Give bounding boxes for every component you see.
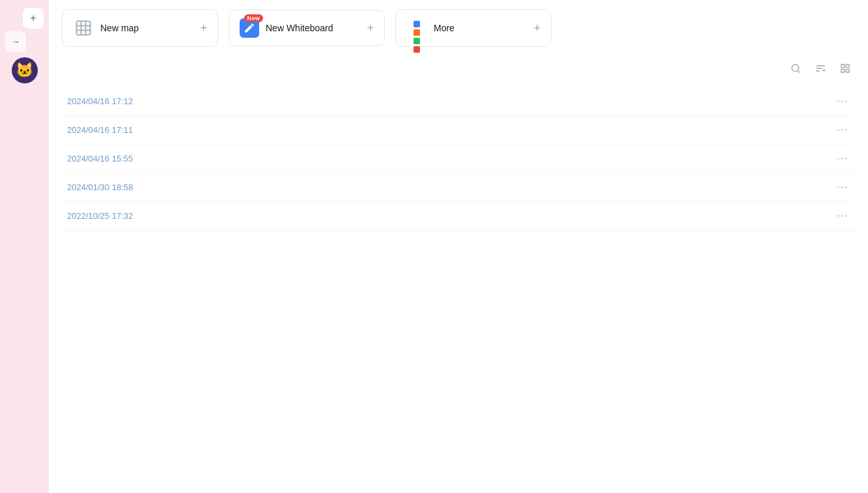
more-icon: [406, 18, 427, 38]
toolbar: [49, 56, 868, 81]
svg-rect-10: [841, 64, 845, 68]
list-item-date-2: 2024/04/16 15:55: [67, 154, 133, 163]
avatar[interactable]: 🐱: [12, 57, 38, 83]
list-item-more-2[interactable]: [835, 155, 850, 162]
cards-area: New map + New New Whiteboard +: [49, 0, 868, 56]
more-label: More: [434, 23, 455, 33]
main-content: New map + New New Whiteboard +: [49, 0, 868, 493]
view-button[interactable]: [835, 59, 855, 78]
new-map-label: New map: [100, 23, 139, 33]
list-item[interactable]: 2024/04/16 17:11: [62, 116, 855, 145]
svg-line-6: [798, 70, 800, 72]
new-whiteboard-plus[interactable]: +: [367, 21, 374, 35]
more-card[interactable]: More +: [395, 9, 552, 47]
avatar-emoji: 🐱: [16, 63, 33, 77]
list-item[interactable]: 2022/10/25 17:32: [62, 202, 855, 231]
svg-rect-0: [77, 21, 91, 35]
new-badge: New: [244, 14, 263, 22]
list-item-more-4[interactable]: [835, 212, 850, 219]
new-map-card[interactable]: New map +: [62, 9, 218, 47]
svg-rect-12: [846, 69, 849, 72]
new-whiteboard-label: New Whiteboard: [266, 23, 333, 33]
list-item[interactable]: 2024/04/16 15:55: [62, 145, 855, 173]
list-item-date-1: 2024/04/16 17:11: [67, 125, 133, 135]
svg-rect-13: [841, 69, 845, 72]
list-item-date-0: 2024/04/16 17:12: [67, 96, 133, 106]
list-item-more-3[interactable]: [835, 184, 850, 191]
new-whiteboard-card[interactable]: New New Whiteboard +: [229, 10, 385, 46]
search-button[interactable]: [786, 59, 805, 78]
sidebar: + → 🐱: [0, 0, 49, 493]
list-area: 2024/04/16 17:12 2024/04/16 17:11 2024/0…: [49, 81, 868, 493]
svg-rect-11: [846, 64, 849, 68]
whiteboard-icon-wrapper: New: [240, 18, 259, 38]
sort-button[interactable]: [811, 59, 830, 78]
list-item-date-3: 2024/01/30 18:58: [67, 182, 133, 192]
list-item-more-1[interactable]: [835, 126, 850, 134]
list-item-more-0[interactable]: [835, 98, 850, 105]
more-plus[interactable]: +: [533, 21, 540, 35]
list-item-date-4: 2022/10/25 17:32: [67, 211, 133, 221]
map-icon: [73, 18, 94, 38]
new-map-plus[interactable]: +: [200, 21, 207, 35]
sidebar-collapse-button[interactable]: →: [5, 31, 26, 52]
list-item[interactable]: 2024/04/16 17:12: [62, 87, 855, 116]
list-item[interactable]: 2024/01/30 18:58: [62, 173, 855, 202]
sidebar-plus-button[interactable]: +: [23, 8, 44, 29]
